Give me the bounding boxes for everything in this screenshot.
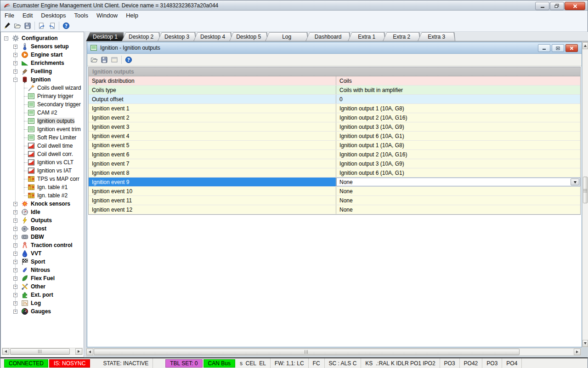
- expand-toggle[interactable]: +: [13, 235, 17, 239]
- scrollbar-thumb[interactable]: [94, 349, 520, 355]
- expand-toggle[interactable]: +: [13, 45, 17, 49]
- tab-desktop-2[interactable]: Desktop 2: [122, 32, 160, 41]
- tree-item-ignition-outputs[interactable]: Ignition outputs: [1, 117, 84, 125]
- menu-tools[interactable]: Tools: [70, 11, 92, 20]
- tab-dashboard[interactable]: Dashboard: [305, 32, 351, 41]
- param-row-output-offset[interactable]: Output offset0: [89, 95, 580, 104]
- tree-item-idle[interactable]: +Idle: [1, 208, 84, 216]
- save-icon[interactable]: [23, 21, 33, 31]
- menu-file[interactable]: File: [0, 11, 18, 20]
- tree-item-sport[interactable]: +Sport: [1, 258, 84, 266]
- param-row-ignition-event-10[interactable]: Ignition event 10None: [89, 187, 580, 196]
- tab-extra-1[interactable]: Extra 1: [348, 32, 385, 41]
- tree-item-ign-table-1[interactable]: Ign. table #1: [1, 183, 84, 191]
- tree-item-cam-2[interactable]: CAM #2: [1, 109, 84, 117]
- tab-extra-3[interactable]: Extra 3: [418, 32, 455, 41]
- tab-desktop-5[interactable]: Desktop 5: [229, 32, 268, 41]
- expand-toggle[interactable]: +: [13, 227, 17, 231]
- expand-toggle[interactable]: +: [13, 218, 17, 223]
- tree-item-nitrous[interactable]: +Nitrous: [1, 266, 84, 274]
- param-row-spark-distribution[interactable]: Spark distributionCoils: [89, 76, 580, 86]
- expand-toggle[interactable]: +: [13, 243, 17, 247]
- param-row-ignition-event-7[interactable]: Ignition event 7Ignition output 3 (10A, …: [89, 159, 580, 168]
- tab-desktop-4[interactable]: Desktop 4: [193, 32, 232, 41]
- child-close-button[interactable]: [565, 44, 578, 52]
- tree-item-primary-trigger[interactable]: Primary trigger: [1, 92, 84, 100]
- tree-item-boost[interactable]: +Boost: [1, 224, 84, 233]
- close-button[interactable]: [565, 2, 585, 10]
- tree-item-dbw[interactable]: +DBW: [1, 233, 84, 241]
- dropdown-arrow-button[interactable]: [571, 178, 579, 185]
- param-row-ignition-event-2[interactable]: Ignition event 2Ignition output 2 (10A, …: [89, 113, 580, 122]
- tree-item-vvt[interactable]: +VVT: [1, 249, 84, 258]
- tab-desktop-3[interactable]: Desktop 3: [158, 32, 196, 41]
- tree-item-outputs[interactable]: +Outputs: [1, 216, 84, 224]
- expand-toggle[interactable]: +: [13, 260, 17, 264]
- expand-toggle[interactable]: +: [13, 293, 17, 297]
- minimize-button[interactable]: [535, 2, 549, 10]
- param-row-ignition-event-8[interactable]: Ignition event 8Ignition output 6 (10A, …: [89, 168, 580, 178]
- child-window-title-bar[interactable]: Ignition - Ignition outputs: [87, 42, 582, 54]
- param-row-coils-type[interactable]: Coils typeCoils with built in amplifier: [89, 86, 580, 95]
- tree-item-ignition[interactable]: −Ignition: [1, 75, 84, 84]
- scrollbar-thumb[interactable]: [10, 348, 70, 355]
- tree-item-fuelling[interactable]: +Fuelling: [1, 67, 84, 75]
- expand-toggle[interactable]: +: [13, 210, 17, 214]
- param-row-ignition-event-12[interactable]: Ignition event 12None: [89, 205, 580, 214]
- menu-edit[interactable]: Edit: [18, 11, 37, 20]
- menu-help[interactable]: Help: [122, 11, 142, 20]
- sidebar-horizontal-scrollbar[interactable]: [2, 348, 83, 355]
- pen-icon[interactable]: [2, 21, 12, 31]
- expand-toggle[interactable]: +: [13, 276, 17, 281]
- help-icon[interactable]: ?: [124, 55, 134, 65]
- open-folder-icon[interactable]: [12, 21, 23, 31]
- scroll-up-arrow[interactable]: [582, 42, 588, 49]
- tree-item-flex-fuel[interactable]: +Flex Fuel: [1, 274, 84, 282]
- expand-toggle[interactable]: +: [13, 285, 17, 289]
- tree-item-coil-dwell-corr[interactable]: Coil dwell corr.: [1, 150, 84, 158]
- tab-desktop-1[interactable]: Desktop 1: [86, 32, 124, 41]
- tree-item-ignition-vs-clt[interactable]: Ignition vs CLT: [1, 158, 84, 167]
- tree-item-configuration[interactable]: −Configuration: [1, 34, 84, 42]
- scroll-left-arrow[interactable]: [86, 349, 93, 355]
- export-icon[interactable]: [47, 21, 57, 31]
- param-row-ignition-event-5[interactable]: Ignition event 5Ignition output 1 (10A, …: [89, 141, 580, 150]
- tree-item-other[interactable]: +Other: [1, 282, 84, 291]
- help-icon[interactable]: ?: [61, 21, 71, 31]
- tree-item-sensors-setup[interactable]: +Sensors setup: [1, 42, 84, 51]
- tree-item-traction-control[interactable]: +Traction control: [1, 241, 84, 249]
- window-icon[interactable]: [109, 55, 119, 65]
- scroll-down-arrow[interactable]: [582, 340, 588, 347]
- tree-item-secondary-trigger[interactable]: Secondary trigger: [1, 100, 84, 109]
- tree-item-ignition-vs-iat[interactable]: Ignition vs IAT: [1, 167, 84, 175]
- expand-toggle[interactable]: +: [13, 202, 17, 206]
- menu-desktops[interactable]: Desktops: [37, 11, 70, 20]
- param-row-ignition-event-1[interactable]: Ignition event 1Ignition output 1 (10A, …: [89, 104, 580, 113]
- expand-toggle[interactable]: +: [13, 61, 17, 65]
- param-value-dropdown[interactable]: None: [336, 178, 580, 186]
- mdi-vertical-scrollbar[interactable]: [582, 42, 588, 347]
- tree-item-log[interactable]: +Log: [1, 299, 84, 307]
- tree-item-ignition-event-trim[interactable]: Ignition event trim: [1, 125, 84, 133]
- open-folder-icon[interactable]: [89, 55, 99, 65]
- tree-item-knock-sensors[interactable]: +Knock sensors: [1, 200, 84, 208]
- tree-item-tps-vs-map-corr[interactable]: TPS vs MAP corr: [1, 175, 84, 183]
- tree-item-soft-rev-limiter[interactable]: Soft Rev Limiter: [1, 133, 84, 142]
- param-row-ignition-event-6[interactable]: Ignition event 6Ignition output 2 (10A, …: [89, 150, 580, 159]
- restore-button[interactable]: [550, 2, 564, 10]
- tree-item-engine-start[interactable]: +Engine start: [1, 51, 84, 59]
- tab-extra-2[interactable]: Extra 2: [383, 32, 420, 41]
- scroll-right-arrow[interactable]: [574, 349, 581, 355]
- param-row-ignition-event-4[interactable]: Ignition event 4Ignition output 6 (10A, …: [89, 132, 580, 141]
- expand-toggle[interactable]: +: [13, 69, 17, 74]
- param-row-ignition-event-11[interactable]: Ignition event 11None: [89, 196, 580, 205]
- save-icon[interactable]: [99, 55, 109, 65]
- scroll-right-arrow[interactable]: [75, 348, 82, 355]
- expand-toggle[interactable]: +: [13, 252, 17, 256]
- param-row-ignition-event-9[interactable]: Ignition event 9None: [89, 178, 580, 187]
- tree-item-gauges[interactable]: +Gauges: [1, 307, 84, 316]
- param-row-ignition-event-3[interactable]: Ignition event 3Ignition output 3 (10A, …: [89, 122, 580, 132]
- tree-item-coil-dwell-time[interactable]: Coil dwell time: [1, 142, 84, 150]
- tree-item-ext-port[interactable]: +Ext. port: [1, 291, 84, 299]
- collapse-toggle[interactable]: −: [4, 36, 8, 40]
